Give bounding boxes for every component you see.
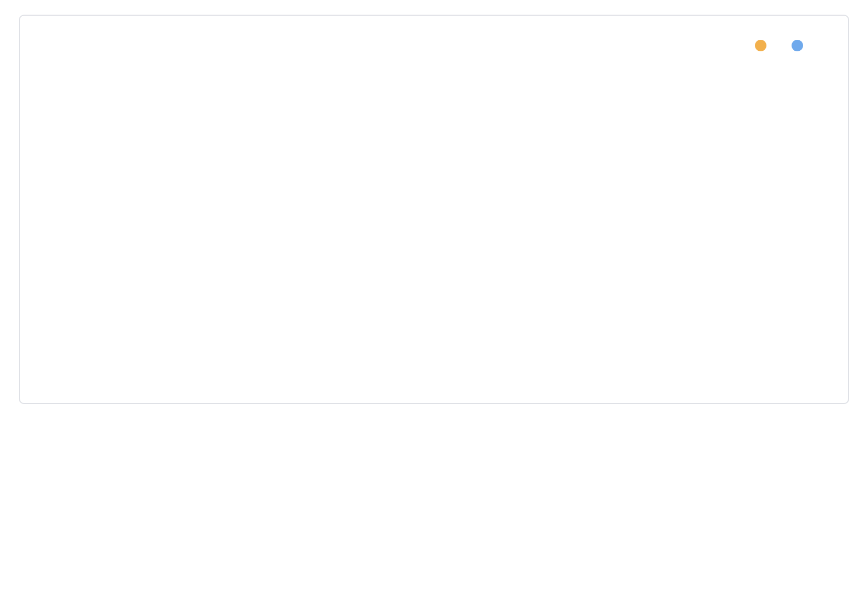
x-ticks-inner: [79, 359, 830, 374]
kpi-row: [19, 425, 849, 439]
chart-body: [38, 59, 830, 387]
plot-column: [41, 59, 830, 387]
circle-icon: [792, 40, 803, 51]
kpi-bugs-raised: [23, 425, 283, 439]
plot-area[interactable]: [48, 59, 830, 352]
legend-item-bugs[interactable]: [755, 40, 773, 51]
circle-icon: [755, 40, 766, 51]
kpi-critical-bugs: [304, 425, 564, 439]
area-svg: [48, 59, 830, 352]
legend-item-nonbug[interactable]: [792, 40, 809, 51]
y-axis-ticks: [41, 52, 48, 345]
plot-row: [41, 59, 830, 352]
chart-card: [19, 15, 849, 404]
x-axis-ticks: [41, 359, 830, 374]
kpi-pct-bugs: [585, 425, 845, 439]
chart-legend: [38, 38, 830, 59]
